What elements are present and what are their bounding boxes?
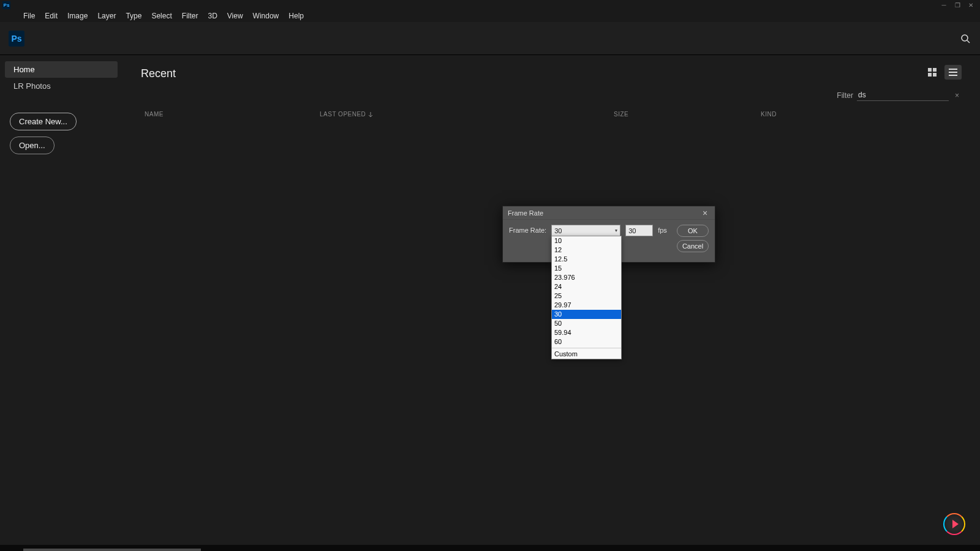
menu-help[interactable]: Help bbox=[284, 10, 309, 22]
dropdown-option-30[interactable]: 30 bbox=[552, 310, 621, 319]
frame-rate-dropdown: 10 12 12.5 15 23.976 24 25 29.97 30 50 5… bbox=[551, 236, 622, 359]
dropdown-option-25[interactable]: 25 bbox=[552, 291, 621, 301]
dropdown-option-12[interactable]: 12 bbox=[552, 246, 621, 255]
fps-label: fps bbox=[658, 227, 667, 234]
list-icon bbox=[949, 68, 957, 77]
grid-icon bbox=[928, 68, 937, 77]
svg-rect-6 bbox=[949, 69, 957, 70]
svg-line-1 bbox=[967, 40, 970, 43]
svg-rect-2 bbox=[928, 68, 932, 72]
col-last-opened[interactable]: LAST OPENED bbox=[320, 111, 614, 118]
col-last-opened-label: LAST OPENED bbox=[320, 111, 366, 118]
ok-button[interactable]: OK bbox=[677, 225, 709, 237]
window-titlebar: Ps ─ ❐ ✕ bbox=[0, 0, 980, 10]
menu-edit[interactable]: Edit bbox=[40, 10, 62, 22]
recent-table-header: NAME LAST OPENED SIZE KIND bbox=[141, 111, 962, 118]
menu-bar: File Edit Image Layer Type Select Filter… bbox=[0, 10, 980, 22]
dropdown-option-12-5[interactable]: 12.5 bbox=[552, 255, 621, 264]
window-restore-button[interactable]: ❐ bbox=[951, 1, 964, 10]
window-minimize-button[interactable]: ─ bbox=[937, 1, 951, 10]
content-area: Recent Filter × NAME LAST OPENED SIZE KI… bbox=[123, 55, 980, 545]
dropdown-option-24[interactable]: 24 bbox=[552, 282, 621, 291]
dropdown-separator bbox=[552, 348, 621, 348]
list-view-button[interactable] bbox=[944, 65, 962, 80]
cancel-button[interactable]: Cancel bbox=[677, 240, 709, 252]
search-icon bbox=[960, 34, 970, 43]
recent-heading: Recent bbox=[141, 67, 962, 80]
taskbar bbox=[0, 545, 980, 551]
taskbar-highlight bbox=[23, 549, 201, 551]
main-area: Home LR Photos Create New... Open... Rec… bbox=[0, 55, 980, 545]
menu-select[interactable]: Select bbox=[146, 10, 176, 22]
filter-label: Filter bbox=[837, 91, 853, 100]
create-new-button[interactable]: Create New... bbox=[10, 113, 77, 130]
open-button[interactable]: Open... bbox=[10, 137, 55, 154]
dropdown-option-59-94[interactable]: 59.94 bbox=[552, 328, 621, 337]
dialog-close-button[interactable]: × bbox=[700, 208, 710, 218]
col-kind[interactable]: KIND bbox=[761, 111, 958, 118]
menu-view[interactable]: View bbox=[222, 10, 248, 22]
sidebar: Home LR Photos Create New... Open... bbox=[0, 55, 123, 545]
filter-input[interactable] bbox=[857, 89, 949, 101]
svg-point-0 bbox=[962, 35, 968, 41]
svg-rect-7 bbox=[949, 72, 957, 73]
menu-filter[interactable]: Filter bbox=[177, 10, 203, 22]
filter-clear-button[interactable]: × bbox=[952, 91, 962, 100]
menu-layer[interactable]: Layer bbox=[92, 10, 121, 22]
menu-image[interactable]: Image bbox=[62, 10, 92, 22]
play-badge-icon[interactable] bbox=[943, 513, 965, 535]
menu-type[interactable]: Type bbox=[121, 10, 146, 22]
svg-rect-3 bbox=[933, 68, 937, 72]
frame-rate-combo-value: 30 bbox=[554, 227, 562, 234]
svg-rect-8 bbox=[949, 75, 957, 76]
sidebar-item-lr-photos[interactable]: LR Photos bbox=[5, 78, 118, 94]
filter-row: Filter × bbox=[837, 89, 962, 101]
dropdown-option-10[interactable]: 10 bbox=[552, 236, 621, 246]
dialog-titlebar[interactable]: Frame Rate × bbox=[503, 206, 715, 220]
dropdown-option-60[interactable]: 60 bbox=[552, 337, 621, 347]
dialog-title: Frame Rate bbox=[508, 209, 700, 217]
ps-logo-icon: Ps bbox=[9, 31, 24, 47]
frame-rate-combo[interactable]: 30 ▾ bbox=[551, 225, 620, 236]
dropdown-option-23-976[interactable]: 23.976 bbox=[552, 273, 621, 282]
app-small-icon: Ps bbox=[2, 1, 10, 9]
chevron-down-icon: ▾ bbox=[615, 228, 617, 233]
window-close-button[interactable]: ✕ bbox=[964, 1, 978, 10]
dropdown-option-custom[interactable]: Custom bbox=[552, 350, 621, 359]
menu-file[interactable]: File bbox=[18, 10, 40, 22]
col-size[interactable]: SIZE bbox=[614, 111, 761, 118]
menu-window[interactable]: Window bbox=[248, 10, 284, 22]
frame-rate-label: Frame Rate: bbox=[509, 227, 546, 234]
svg-rect-5 bbox=[933, 73, 937, 77]
sidebar-item-home[interactable]: Home bbox=[5, 61, 118, 78]
dropdown-option-15[interactable]: 15 bbox=[552, 264, 621, 273]
dropdown-option-50[interactable]: 50 bbox=[552, 319, 621, 328]
search-button[interactable] bbox=[959, 32, 971, 45]
frame-rate-input[interactable] bbox=[625, 225, 653, 236]
menu-3d[interactable]: 3D bbox=[203, 10, 222, 22]
grid-view-button[interactable] bbox=[924, 65, 941, 80]
svg-rect-4 bbox=[928, 73, 932, 77]
sort-down-icon bbox=[368, 112, 373, 117]
dropdown-option-29-97[interactable]: 29.97 bbox=[552, 301, 621, 310]
col-name[interactable]: NAME bbox=[145, 111, 320, 118]
app-header: Ps bbox=[0, 22, 980, 55]
